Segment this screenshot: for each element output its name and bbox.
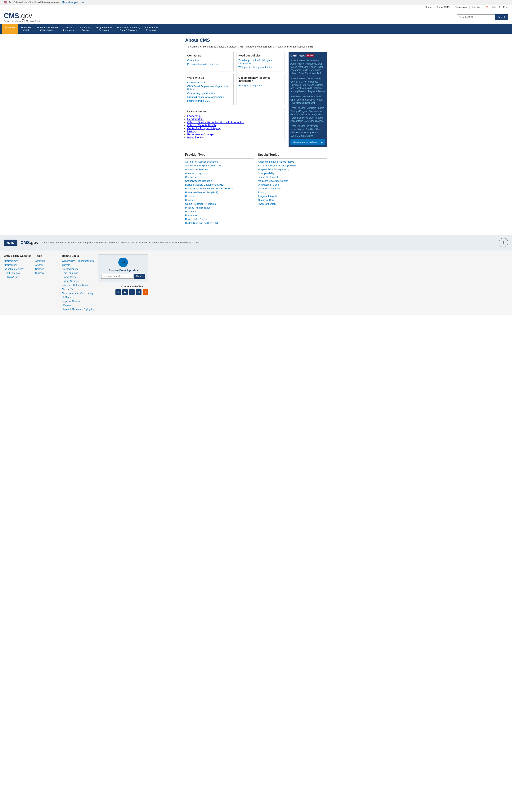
esrd-link[interactable]: End Stage Renal Disease (ESRD) (258, 164, 296, 167)
brand-identity-link[interactable]: Brand identity (187, 136, 204, 139)
hha-link[interactable]: Home Health Agencies (HHA) (185, 191, 218, 194)
facebook-icon[interactable]: f (129, 289, 134, 295)
news-article-2[interactable]: Press Release: CMS Commits Over $49 Mill… (291, 77, 325, 93)
hhs-gov-link[interactable]: HHS.gov (62, 296, 71, 298)
no-fear-link[interactable]: No Fear Act (62, 288, 74, 291)
nav-print[interactable]: Print (503, 6, 508, 9)
dme-link[interactable]: Durable Medical Equipment (DME) (185, 183, 223, 186)
acronyms-link[interactable]: Acronyms (35, 260, 46, 262)
history-link[interactable]: History (187, 130, 196, 133)
search-button[interactable]: Search (495, 14, 508, 20)
foia-link[interactable]: Freedom of Information Act (62, 284, 90, 287)
nav-item-medicare-medicaid[interactable]: Medicare-MedicaidCoordination (34, 24, 61, 34)
leadership-link[interactable]: Leadership (187, 115, 201, 118)
emergency-response-link[interactable]: Emergency response (238, 84, 262, 87)
medicare-coverage-link[interactable]: Medicare Coverage Center (258, 179, 288, 182)
twitter-icon[interactable]: 𝕏 (116, 289, 121, 295)
privacy-link[interactable]: Privacy (258, 191, 266, 194)
glossary-link[interactable]: Glossary (35, 272, 44, 274)
fqhc-link[interactable]: Federally Qualified Health Centers (FQHC… (185, 187, 233, 190)
nav-item-private[interactable]: PrivateInsurance (61, 24, 77, 34)
rural-health-link[interactable]: Rural Health Clinics (185, 218, 207, 221)
contact-link[interactable]: Contact us (187, 59, 199, 62)
inspector-general-link[interactable]: Inspector General (62, 300, 80, 302)
hhs-open-link[interactable]: HHS.gov/Open (4, 276, 19, 279)
physicians-link[interactable]: Physicians (185, 214, 197, 217)
practice-admin-link[interactable]: Practice Administration (185, 206, 210, 209)
nav-home[interactable]: Home (425, 6, 431, 9)
critical-access-link[interactable]: Critical Access Hospitals (185, 179, 212, 182)
email-input[interactable] (101, 274, 133, 279)
nav-item-outreach[interactable]: Outreach &Education (143, 24, 160, 34)
plain-language-link[interactable]: Plain Language (62, 272, 78, 274)
for-developers-link[interactable]: For Developers (62, 268, 78, 270)
news-article-1[interactable]: Press Release: Biden-Harris Administrati… (291, 59, 325, 75)
nav-item-medicaid[interactable]: Medicaid/CHIP (18, 24, 34, 34)
nav-item-regulations[interactable]: Regulations &Guidance (94, 24, 115, 34)
hospices-link[interactable]: Hospices (185, 195, 195, 198)
search-input[interactable] (457, 14, 495, 20)
ryan-settlement-link[interactable]: Ryan Settlement (258, 202, 276, 205)
headquarters-link[interactable]: Headquarters (187, 118, 204, 121)
web-policies-footer-link[interactable]: Web Policies & Important Links (62, 260, 94, 262)
anesthesiologists-link[interactable]: Anesthesiologists (185, 172, 205, 175)
opioid-link[interactable]: Opioid Treatment Programs (185, 202, 216, 205)
equal-opp-link[interactable]: Equal opportunity & civil rights informa… (238, 59, 272, 65)
news-article-5[interactable]: Press Release: To Advance Information on… (291, 124, 325, 137)
news-article-3[interactable]: Fact Sheet: Marketplace 2022 Open Enroll… (291, 95, 325, 105)
nav-help[interactable]: Help (491, 6, 496, 9)
footer-home-button[interactable]: Home (4, 239, 18, 246)
quality-care-link[interactable]: Quality of Care (258, 199, 275, 201)
ombudsman-link[interactable]: Ombudsman Center (258, 183, 280, 186)
interoperability-link[interactable]: Interoperability (258, 172, 274, 175)
archive-link[interactable]: Archive (35, 264, 43, 266)
nav-archive[interactable]: Archive (472, 6, 480, 9)
eeo-policy-link[interactable]: CMS Equal Employment Opportunity Policy (187, 85, 228, 91)
partnering-link[interactable]: Partnering with CMS (187, 99, 210, 102)
program-integrity-link[interactable]: Program Integrity (258, 195, 277, 198)
nav-item-research[interactable]: Research, Statistics,Data & Systems (115, 24, 143, 34)
center-program-integrity-link[interactable]: Center for Program Integrity (187, 127, 220, 130)
clinical-labs-link[interactable]: Clinical Labs (185, 176, 199, 178)
ambulance-link[interactable]: Ambulance Services (185, 168, 208, 171)
medicare-gov-link[interactable]: Medicare.gov (4, 260, 18, 262)
email-submit-button[interactable]: Submit (134, 274, 145, 279)
web-policies-link[interactable]: Web policies & important links (238, 66, 272, 68)
healthcare-gov-link[interactable]: HealthCare.gov (4, 272, 20, 274)
careers-footer-link[interactable]: Careers (62, 264, 70, 266)
press-contacts-link[interactable]: Press contacts & resources (187, 63, 217, 65)
hospitals-link[interactable]: Hospitals (185, 199, 195, 201)
file-formats-link[interactable]: Help with file formats & plug-ins (62, 308, 94, 311)
insure-kids-link[interactable]: InsureKidsNow.gov (4, 268, 24, 270)
pharmacists-link[interactable]: Pharmacists (185, 210, 199, 213)
nondiscrimination-link[interactable]: Nondiscrimination/Accessibility (62, 292, 93, 294)
news-article-4[interactable]: Press Release: Medicare Shared Savings P… (291, 107, 325, 122)
privacy-policy-link[interactable]: Privacy Policy (62, 276, 77, 279)
view-more-button[interactable]: View more news & links ▶ (291, 139, 325, 145)
all-fee-for-service-link[interactable]: All Fee-For-Service Providers (185, 160, 218, 163)
obrhi-link[interactable]: Office of Burden Reduction & Health Info… (187, 121, 244, 124)
careers-cms-link[interactable]: Careers at CMS (187, 81, 205, 84)
grants-link[interactable]: Grants & cooperative agreements (187, 95, 224, 98)
privacy-settings-link[interactable]: Privacy Settings (62, 280, 79, 283)
youtube-icon[interactable]: ▶ (122, 289, 128, 295)
nav-item-innovation[interactable]: InnovationCenter (77, 24, 94, 34)
contacts-link[interactable]: Contacts (35, 268, 44, 270)
asc-link[interactable]: Ambulatory Surgical Centers (ASC) (185, 164, 224, 167)
medicaid-gov-link[interactable]: Medicaid.gov (4, 264, 18, 266)
contracting-link[interactable]: Contracting opportunities (187, 92, 215, 95)
rss-icon[interactable]: ✦ (143, 289, 148, 295)
snf-link[interactable]: Skilled Nursing Facilities (SNF) (185, 222, 219, 225)
hospital-price-link[interactable]: Hospital Price Transparency (258, 168, 289, 171)
jimmo-link[interactable]: Jimmo Settlement (258, 176, 278, 178)
nav-newsroom[interactable]: Newsroom (455, 6, 466, 9)
minority-health-link[interactable]: Office of Minority Health (187, 124, 216, 127)
nav-item-medicare[interactable]: Medicare (2, 24, 18, 34)
performance-budget-link[interactable]: Performance & budget (187, 133, 214, 136)
linkedin-icon[interactable]: in (136, 289, 142, 295)
nav-about-cms[interactable]: About CMS (437, 6, 449, 9)
usa-gov-link[interactable]: USA.gov (62, 304, 71, 307)
how-to-know-link[interactable]: Here's how you know (62, 1, 84, 4)
partnering-cms-link[interactable]: Partnering with CMS (258, 187, 281, 190)
aian-link[interactable]: American Indian & Alaska Native (258, 160, 294, 163)
